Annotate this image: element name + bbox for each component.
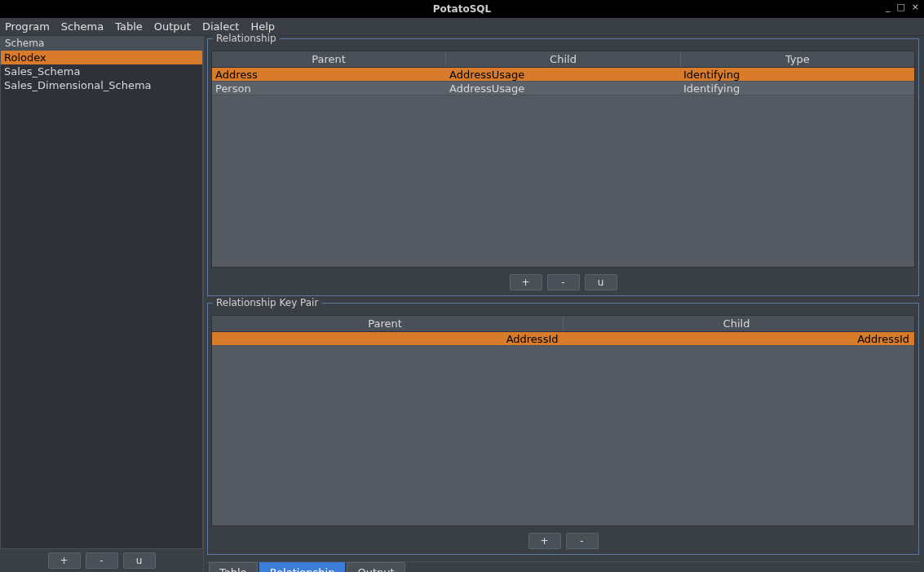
menu-table[interactable]: Table <box>115 20 143 33</box>
menu-help[interactable]: Help <box>250 20 275 33</box>
relationship-panel: Relationship Parent Child Type Address A… <box>207 38 919 296</box>
schema-header: Schema <box>0 36 203 50</box>
menubar: Program Schema Table Output Dialect Help <box>0 18 924 36</box>
schema-item-sales-dim[interactable]: Sales_Dimensional_Schema <box>1 78 202 92</box>
schema-add-button[interactable]: + <box>48 552 81 569</box>
keypair-panel: Relationship Key Pair Parent Child Addre… <box>207 303 919 555</box>
tab-table[interactable]: Table <box>209 562 258 572</box>
relationship-add-button[interactable]: + <box>510 274 542 290</box>
window-controls: _ □ × <box>886 2 919 11</box>
schema-update-button[interactable]: u <box>123 552 156 569</box>
relationship-legend: Relationship <box>213 33 280 44</box>
menu-schema[interactable]: Schema <box>61 20 104 33</box>
relationship-buttons: + - u <box>208 271 918 295</box>
col-child[interactable]: Child <box>446 51 680 67</box>
keypair-legend: Relationship Key Pair <box>213 297 321 308</box>
keypair-empty <box>212 346 914 525</box>
relationship-empty <box>212 95 914 267</box>
bottom-tabs: Table Relationship Output <box>207 561 919 572</box>
keypair-table: Parent Child AddressId AddressId <box>211 315 915 526</box>
tab-relationship[interactable]: Relationship <box>259 562 346 572</box>
schema-buttons: + - u <box>0 549 203 572</box>
keypair-table-body[interactable]: AddressId AddressId <box>212 332 914 525</box>
schema-item-rolodex[interactable]: Rolodex <box>1 51 202 64</box>
minimize-icon[interactable]: _ <box>886 2 891 11</box>
schema-item-sales[interactable]: Sales_Schema <box>1 64 202 78</box>
schema-list[interactable]: Rolodex Sales_Schema Sales_Dimensional_S… <box>0 50 203 549</box>
col-child[interactable]: Child <box>564 316 914 331</box>
relationship-table: Parent Child Type Address AddressUsage I… <box>211 51 915 268</box>
menu-dialect[interactable]: Dialect <box>202 20 239 33</box>
col-parent[interactable]: Parent <box>212 316 564 331</box>
relationship-table-body[interactable]: Address AddressUsage Identifying Person … <box>212 68 914 267</box>
col-parent[interactable]: Parent <box>212 51 446 67</box>
schema-sidebar: Schema Rolodex Sales_Schema Sales_Dimens… <box>0 36 204 572</box>
keypair-buttons: + - <box>208 530 918 554</box>
keypair-row[interactable]: AddressId AddressId <box>212 332 914 346</box>
close-icon[interactable]: × <box>912 2 919 11</box>
relationship-update-button[interactable]: u <box>585 274 617 290</box>
keypair-add-button[interactable]: + <box>528 533 561 549</box>
main-area: Relationship Parent Child Type Address A… <box>204 36 924 572</box>
relationship-remove-button[interactable]: - <box>547 274 580 290</box>
col-type[interactable]: Type <box>681 51 914 67</box>
workspace: Schema Rolodex Sales_Schema Sales_Dimens… <box>0 36 924 572</box>
relationship-table-head: Parent Child Type <box>212 51 914 68</box>
relationship-row[interactable]: Address AddressUsage Identifying <box>212 68 914 82</box>
maximize-icon[interactable]: □ <box>896 2 904 11</box>
window-title: PotatoSQL <box>433 3 491 15</box>
relationship-row[interactable]: Person AddressUsage Identifying <box>212 82 914 95</box>
keypair-remove-button[interactable]: - <box>566 533 599 549</box>
menu-program[interactable]: Program <box>5 20 50 33</box>
schema-remove-button[interactable]: - <box>86 552 118 569</box>
keypair-table-head: Parent Child <box>212 316 914 332</box>
menu-output[interactable]: Output <box>154 20 191 33</box>
window-titlebar: PotatoSQL _ □ × <box>0 0 924 18</box>
tab-output[interactable]: Output <box>347 562 405 572</box>
